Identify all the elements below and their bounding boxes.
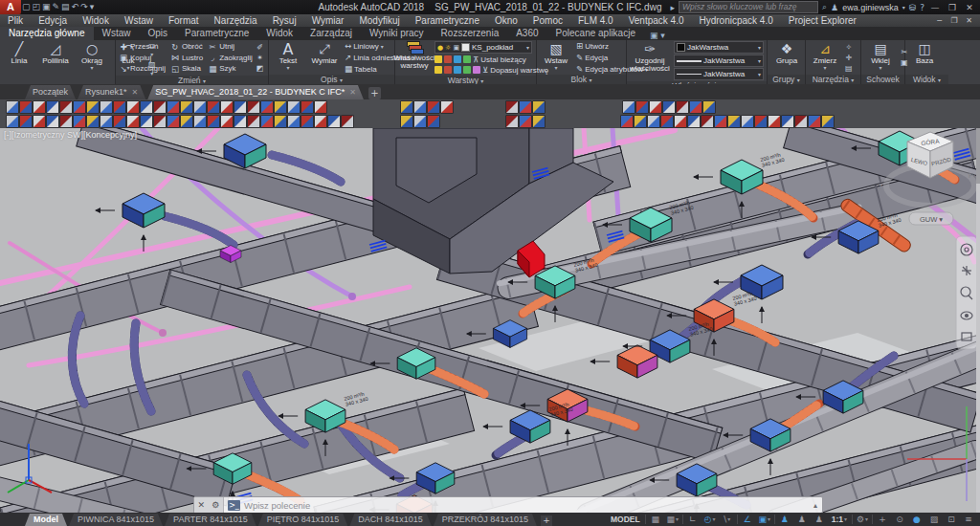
- new-drawing-tab-button[interactable]: +: [368, 87, 381, 99]
- toolbar-icon[interactable]: [808, 115, 821, 128]
- qat-plot-icon[interactable]: ▤: [61, 2, 70, 11]
- toolbar-icon[interactable]: [73, 100, 86, 114]
- graphics-performance-icon[interactable]: ●: [908, 513, 925, 526]
- toolbar-icon[interactable]: [126, 115, 140, 128]
- toolbar-icon[interactable]: [635, 100, 649, 114]
- ribbon-tab-rozszerzenia[interactable]: Rozszerzenia: [433, 27, 508, 40]
- qat-redo-icon[interactable]: ↷: [80, 2, 88, 11]
- toolbar-icon[interactable]: [6, 100, 19, 114]
- toolbar-icon[interactable]: [532, 115, 546, 128]
- file-tab-close-icon[interactable]: ✕: [349, 85, 356, 99]
- group-button[interactable]: ❖Grupa: [770, 41, 803, 74]
- qat-new-icon[interactable]: ▢: [22, 2, 31, 11]
- file-tab-rysunek1-[interactable]: Rysunek1*✕: [78, 85, 145, 99]
- new-layout-button[interactable]: +: [541, 515, 552, 526]
- toolbar-icon[interactable]: [113, 115, 126, 128]
- clean-screen-icon[interactable]: ▨: [925, 513, 943, 526]
- measure-button[interactable]: ⊿Zmierz▾: [809, 41, 841, 74]
- ribbon-tab-widok[interactable]: Widok: [257, 27, 301, 40]
- annotation-person-icon[interactable]: ♟: [811, 513, 828, 526]
- command-input[interactable]: Wpisz polecenie: [244, 500, 813, 511]
- search-arrow-icon[interactable]: ▸: [670, 3, 675, 12]
- mdi-window-controls[interactable]: − ❐ ✕: [936, 16, 980, 25]
- lineweight-dropdown[interactable]: JakWarstwa▾: [674, 55, 764, 67]
- ribbon-tab-zarz-dzaj[interactable]: Zarządzaj: [301, 27, 361, 40]
- menu-edycja[interactable]: Edycja: [31, 14, 75, 27]
- toolbar-icon[interactable]: [167, 115, 180, 128]
- toolbar-icon[interactable]: [620, 115, 634, 128]
- toolbar-icon[interactable]: [634, 115, 647, 128]
- toolbar-icon[interactable]: [140, 100, 153, 114]
- help-search-input[interactable]: Wpisz słowo kluczowe lub frazę: [679, 1, 818, 13]
- ucs-dropdown[interactable]: GUW ▾: [920, 215, 943, 224]
- file-tab-sg-pw-hvac-2018-01-22-budynek-c-ifc-[interactable]: SG_PW_HVAC_2018_01_22 - BUDYNEK C IFC*✕: [147, 85, 364, 99]
- ribbon-tab-parametryczne[interactable]: Parametryczne: [176, 27, 257, 40]
- toolbar-icon[interactable]: [622, 100, 635, 114]
- toolbar-icon[interactable]: [649, 100, 662, 114]
- layer-dropdown[interactable]: ● ☼ ▣ KS_podkład ▾: [434, 41, 532, 54]
- toolbar-icon[interactable]: [234, 100, 247, 114]
- toolbar-icon[interactable]: [274, 100, 287, 114]
- command-history-arrow[interactable]: ▴: [813, 501, 822, 510]
- toolbar-icon[interactable]: [314, 115, 327, 128]
- customization-icon[interactable]: ≡: [960, 513, 977, 526]
- toolbar-icon[interactable]: [727, 115, 741, 128]
- toolbar-icon[interactable]: [19, 115, 33, 128]
- menu-parametryczne[interactable]: Parametryczne: [408, 14, 487, 27]
- ribbon-tab-narz-dzia-g-wne[interactable]: Narzędzia główne: [0, 27, 94, 40]
- canvas-scrollbar[interactable]: [976, 128, 980, 513]
- command-bar-grip[interactable]: ✕ ⚙: [194, 497, 224, 513]
- layout-tab-przekr-j-841x1015[interactable]: PRZEKRÓJ 841x1015: [434, 514, 537, 526]
- modify-zaokrąglij[interactable]: ◞Zaokrąglij: [208, 53, 253, 64]
- toolbar-icon[interactable]: [46, 100, 59, 114]
- toolbar-icon[interactable]: [821, 115, 835, 128]
- toolbar-icon[interactable]: [702, 100, 716, 114]
- layer-properties-button[interactable]: Właściwości warstwy: [398, 41, 431, 75]
- layout-tab-piwnica-841x1015[interactable]: PIWNICA 841x1015: [69, 514, 163, 526]
- modify-rozciągnij[interactable]: ↘Rozciągnij: [119, 63, 166, 75]
- toolbar-icon[interactable]: [287, 115, 301, 128]
- modify-kopiuj[interactable]: ▣Kopiuj: [119, 53, 166, 64]
- model-space-view[interactable]: 200 m³/h340 x 340200 m³/h340 x 340200 m³…: [0, 128, 980, 513]
- toolbar-icon[interactable]: [180, 100, 193, 114]
- layer-tool-icon[interactable]: [434, 55, 442, 63]
- qat-dropdown-icon[interactable]: ▾: [90, 2, 95, 11]
- menu-flm-4-0[interactable]: FLM 4.0: [570, 14, 621, 27]
- panel-label-clipboard[interactable]: Schowek: [861, 75, 904, 84]
- snap-mode-icon[interactable]: ▦▾: [664, 513, 681, 526]
- layout-tab-parter-841x1015[interactable]: PARTER 841x1015: [165, 514, 256, 526]
- modify-lustro[interactable]: ⋈Lustro: [170, 53, 203, 64]
- menu-project-explorer[interactable]: Project Explorer: [781, 14, 864, 27]
- isolate-objects-icon[interactable]: ⊙: [891, 513, 908, 526]
- annotation-scale[interactable]: 1:1▾: [828, 513, 851, 526]
- point-icon[interactable]: ✛: [845, 54, 853, 62]
- ribbon-tab-a360[interactable]: A360: [507, 27, 546, 40]
- layer-tool-icon[interactable]: [434, 66, 442, 74]
- toolbar-icon[interactable]: [768, 115, 781, 128]
- toolbar-icon[interactable]: [247, 115, 260, 128]
- toolbar-icon[interactable]: [505, 100, 519, 114]
- command-close-icon[interactable]: ✕: [198, 500, 206, 510]
- toolbar-icon[interactable]: [220, 115, 234, 128]
- window-minimize-button[interactable]: —: [928, 3, 942, 12]
- erase-tool-icon[interactable]: ✐: [256, 43, 264, 52]
- dimension-button[interactable]: ⤢Wymiar: [308, 41, 341, 74]
- layer-tool-icon[interactable]: [463, 66, 471, 74]
- linetype-dropdown[interactable]: JakWarstwa▾: [674, 68, 764, 80]
- modify-obróć[interactable]: ↻Obróć: [170, 41, 203, 53]
- ribbon-tab-polecane-aplikacje[interactable]: Polecane aplikacje: [547, 27, 644, 40]
- layer-tool-icon[interactable]: [454, 55, 461, 63]
- toolbar-icon[interactable]: [427, 115, 440, 128]
- polar-tracking-icon[interactable]: ◴▾: [702, 513, 719, 526]
- panel-label-groups[interactable]: Grupy ▾: [768, 75, 805, 84]
- toolbar-icon[interactable]: [140, 115, 153, 128]
- model-space-toggle[interactable]: MODEL: [607, 513, 644, 526]
- fade-tool-icon[interactable]: ◩: [256, 64, 264, 73]
- qat-open-icon[interactable]: ◰: [33, 2, 41, 11]
- toolbar-icon[interactable]: [153, 100, 167, 114]
- toolbar-icon[interactable]: [113, 100, 126, 114]
- annotation-autoscale-icon[interactable]: ♟: [793, 513, 811, 526]
- toolbar-icon[interactable]: [247, 100, 260, 114]
- toolbar-icon[interactable]: [33, 115, 46, 128]
- insert-block-button[interactable]: ▧Wstaw▾: [540, 41, 572, 74]
